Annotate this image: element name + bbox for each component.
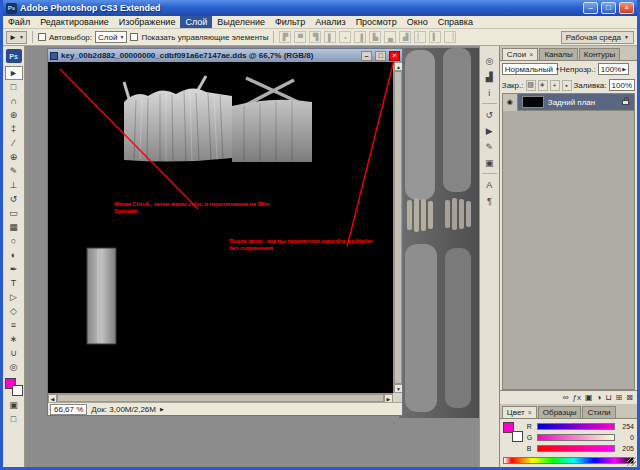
green-value[interactable]: 0 [618, 434, 634, 441]
doc-restore-button[interactable]: □ [375, 51, 386, 61]
lock-pixels-icon[interactable]: ∗ [538, 80, 548, 91]
status-arrow-icon[interactable]: ▶ [160, 406, 164, 412]
menu-view[interactable]: Просмотр [351, 16, 402, 28]
horizontal-scroll-thumb[interactable] [57, 394, 384, 402]
lock-position-icon[interactable]: + [550, 80, 560, 91]
clone-stamp-tool[interactable]: ⊥ [5, 178, 23, 192]
eyedropper-tool[interactable]: ∗ [5, 332, 23, 346]
close-button[interactable]: × [619, 2, 634, 14]
brushes-panel-icon[interactable]: ✎ [481, 139, 497, 154]
red-value[interactable]: 254 [618, 423, 634, 430]
menu-window[interactable]: Окно [402, 16, 433, 28]
vertical-scrollbar[interactable]: ▲ ▼ [393, 62, 402, 393]
paragraph-panel-icon[interactable]: ¶ [481, 193, 497, 208]
fill-field[interactable]: 100% [609, 79, 635, 91]
tab-close-icon[interactable]: × [529, 51, 533, 58]
actions-panel-icon[interactable]: ▶ [481, 123, 497, 138]
distribute-right-edges-icon[interactable]: ▕ [444, 31, 456, 43]
align-bottom-edges-icon[interactable]: ▜ [309, 31, 321, 43]
crop-tool[interactable]: ‡ [5, 122, 23, 136]
tool-preset-picker[interactable]: ► ▼ [6, 31, 27, 44]
tab-layers[interactable]: Слои × [502, 48, 539, 60]
menu-filter[interactable]: Фильтр [270, 16, 310, 28]
new-layer-icon[interactable]: ⊞ [616, 393, 623, 402]
background-color-swatch[interactable] [512, 431, 523, 442]
layer-group-icon[interactable]: ⊔ [605, 393, 611, 402]
blend-mode-select[interactable]: Нормальный ▼ [502, 63, 558, 75]
menu-image[interactable]: Изображение [114, 16, 181, 28]
distribute-left-edges-icon[interactable]: ▏ [414, 31, 426, 43]
shape-tool[interactable]: ◇ [5, 304, 23, 318]
align-left-edges-icon[interactable]: ▌ [324, 31, 336, 43]
menu-help[interactable]: Справка [433, 16, 478, 28]
gradient-tool[interactable]: ▦ [5, 220, 23, 234]
slice-tool[interactable]: ∕ [5, 136, 23, 150]
opacity-field[interactable]: 100% ▶ [598, 63, 629, 75]
green-slider[interactable] [537, 434, 615, 441]
lock-all-icon[interactable]: ▪ [562, 80, 572, 91]
workspace-button[interactable]: Рабочая среда ▼ [561, 31, 634, 44]
scroll-left-icon[interactable]: ◀ [48, 394, 57, 402]
autoselect-checkbox[interactable] [38, 33, 46, 41]
menu-edit[interactable]: Редактирование [35, 16, 114, 28]
align-horizontal-centers-icon[interactable]: ▪ [339, 31, 351, 43]
zoom-tool[interactable]: ◎ [5, 360, 23, 374]
layer-thumbnail[interactable] [522, 96, 544, 108]
tab-styles[interactable]: Стили [582, 406, 615, 418]
align-right-edges-icon[interactable]: ▐ [354, 31, 366, 43]
layer-mask-icon[interactable]: ▣ [585, 393, 593, 402]
healing-brush-tool[interactable]: ⊕ [5, 150, 23, 164]
screen-mode-button[interactable]: □ [5, 412, 23, 426]
path-selection-tool[interactable]: ▷ [5, 290, 23, 304]
hand-tool[interactable]: ∪ [5, 346, 23, 360]
tab-channels[interactable]: Каналы [539, 48, 577, 60]
distribute-bottom-edges-icon[interactable]: ▟ [399, 31, 411, 43]
background-color-swatch[interactable] [12, 385, 23, 396]
link-layers-icon[interactable]: ∞ [563, 393, 569, 402]
red-slider[interactable] [537, 423, 615, 430]
quick-mask-button[interactable]: ▣ [5, 398, 23, 412]
menu-analysis[interactable]: Анализ [310, 16, 350, 28]
tab-close-icon[interactable]: × [528, 409, 532, 416]
lasso-tool[interactable]: ∩ [5, 94, 23, 108]
rectangular-marquee-tool[interactable]: □ [5, 80, 23, 94]
document-titlebar[interactable]: key_00b2d882_00000000_cdbf091a6e7147ae.d… [48, 49, 402, 62]
type-tool[interactable]: T [5, 276, 23, 290]
maximize-button[interactable]: □ [601, 2, 616, 14]
scroll-down-icon[interactable]: ▼ [394, 384, 402, 393]
menu-select[interactable]: Выделение [212, 16, 270, 28]
adjustment-layer-icon[interactable]: ◑ [597, 393, 602, 402]
clone-source-panel-icon[interactable]: ▣ [481, 155, 497, 170]
layer-visibility-eye-icon[interactable]: ◉ [503, 94, 518, 111]
distribute-top-edges-icon[interactable]: ▙ [369, 31, 381, 43]
eraser-tool[interactable]: ▭ [5, 206, 23, 220]
layer-name[interactable]: Задний план [548, 98, 622, 107]
notes-tool[interactable]: ≡ [5, 318, 23, 332]
show-controls-checkbox[interactable] [130, 33, 138, 41]
blue-value[interactable]: 205 [618, 445, 634, 452]
delete-layer-icon[interactable]: ⊠ [626, 393, 633, 402]
canvas[interactable]: ▲ ▼ ◀ ▶ [48, 62, 402, 402]
character-panel-icon[interactable]: A [481, 177, 497, 192]
brush-tool[interactable]: ✎ [5, 164, 23, 178]
layer-row-background[interactable]: ◉ Задний план [503, 94, 634, 111]
pen-tool[interactable]: ✒ [5, 262, 23, 276]
minimize-button[interactable]: – [583, 2, 598, 14]
info-panel-icon[interactable]: i [481, 85, 497, 100]
doc-close-button[interactable]: × [389, 51, 400, 61]
lock-transparency-icon[interactable]: ▨ [526, 80, 536, 91]
align-vertical-centers-icon[interactable]: ▀ [294, 31, 306, 43]
document-window[interactable]: key_00b2d882_00000000_cdbf091a6e7147ae.d… [47, 48, 403, 416]
tab-swatches[interactable]: Образцы [538, 406, 582, 418]
vertical-scroll-thumb[interactable] [394, 71, 402, 384]
scroll-right-icon[interactable]: ▶ [384, 394, 393, 402]
autoselect-dropdown[interactable]: Слой ▼ [95, 31, 127, 43]
zoom-level-field[interactable]: 66,67 % [50, 404, 87, 415]
background-texture-document[interactable] [399, 48, 479, 418]
distribute-horizontal-centers-icon[interactable]: ▍ [429, 31, 441, 43]
history-brush-tool[interactable]: ↺ [5, 192, 23, 206]
blur-tool[interactable]: ○ [5, 234, 23, 248]
history-panel-icon[interactable]: ↺ [481, 107, 497, 122]
color-spectrum-ramp[interactable] [503, 457, 634, 464]
tab-color[interactable]: Цвет × [502, 406, 537, 418]
